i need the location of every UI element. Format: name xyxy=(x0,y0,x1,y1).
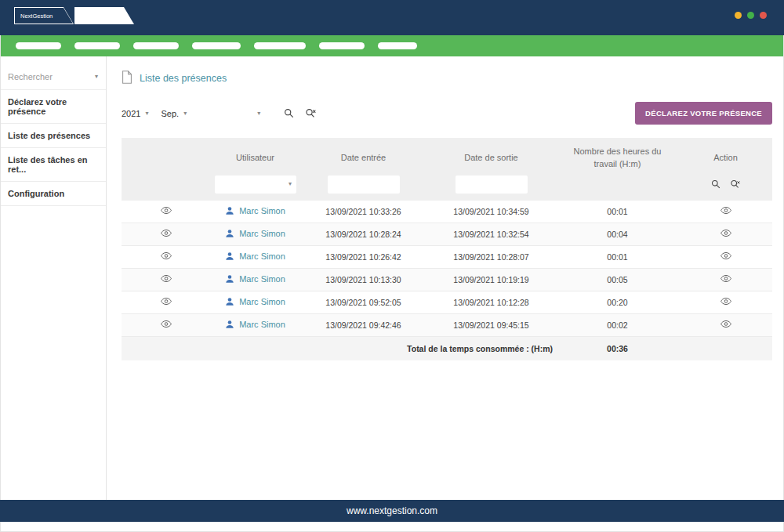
month-select-value: Sep. xyxy=(162,109,180,118)
footer-url: www.nextgestion.com xyxy=(347,505,437,516)
employee-select[interactable]: ▾ xyxy=(199,110,260,117)
eye-icon xyxy=(161,252,172,260)
person-icon xyxy=(225,320,234,329)
col-header-utilisateur: Utilisateur xyxy=(210,138,300,174)
month-select[interactable]: Sep. ▾ xyxy=(162,109,187,118)
browser-tab-nextgestion[interactable]: NextGestion xyxy=(14,7,74,24)
entry-date: 13/09/2021 10:26:42 xyxy=(300,245,426,268)
action-view-button[interactable] xyxy=(720,252,731,260)
user-filter-select[interactable]: ▾ xyxy=(215,176,296,194)
exit-date: 13/09/2021 09:45:15 xyxy=(426,313,556,336)
hours-worked: 00:05 xyxy=(556,268,679,291)
user-name: Marc Simon xyxy=(239,229,285,238)
table-filter-row: ▾ xyxy=(122,174,772,201)
nav-pill[interactable] xyxy=(74,42,120,49)
sidebar-item-liste-des-taches[interactable]: Liste des tâches en ret... xyxy=(0,148,106,182)
sidebar-item-configuration[interactable]: Configuration xyxy=(0,182,106,206)
sidebar: Rechercher ▾ Déclarez votre présence Lis… xyxy=(0,56,107,500)
eye-icon xyxy=(161,206,172,215)
col-header-date-entree: Date entrée xyxy=(300,138,426,174)
col-header-date-sortie: Date de sortie xyxy=(426,138,556,174)
view-row-button[interactable] xyxy=(161,229,172,237)
chevron-down-icon: ▾ xyxy=(289,181,292,187)
window-controls xyxy=(735,12,767,19)
user-link[interactable]: Marc Simon xyxy=(225,252,285,261)
nav-pill[interactable] xyxy=(16,42,61,49)
user-name: Marc Simon xyxy=(239,274,285,284)
sidebar-item-liste-des-presences[interactable]: Liste des présences xyxy=(0,124,106,148)
clear-filter-button[interactable] xyxy=(305,108,317,118)
user-link[interactable]: Marc Simon xyxy=(225,229,285,238)
nav-pill[interactable] xyxy=(133,42,179,49)
sidebar-item-declarez-votre-presence[interactable]: Déclarez votre présence xyxy=(0,90,106,124)
table-total-row: Total de la temps consommée : (H:m) 00:3… xyxy=(122,336,772,360)
nav-pill[interactable] xyxy=(254,42,306,49)
chevron-down-icon: ▾ xyxy=(145,110,148,117)
user-link[interactable]: Marc Simon xyxy=(225,274,285,284)
person-icon xyxy=(225,206,234,215)
user-name: Marc Simon xyxy=(239,320,285,329)
exit-date: 13/09/2021 10:32:54 xyxy=(426,223,556,245)
nav-pill[interactable] xyxy=(378,42,417,49)
person-icon xyxy=(225,297,234,306)
view-row-button[interactable] xyxy=(161,320,172,328)
hours-worked: 00:01 xyxy=(556,201,679,223)
search-icon xyxy=(284,108,294,118)
action-view-button[interactable] xyxy=(720,274,731,283)
entry-date: 13/09/2021 09:52:05 xyxy=(300,291,426,313)
view-row-button[interactable] xyxy=(161,297,172,306)
page-header: Liste des présences xyxy=(122,71,772,86)
view-row-button[interactable] xyxy=(161,206,172,215)
nav-pill[interactable] xyxy=(319,42,365,49)
eye-icon xyxy=(720,229,731,237)
eye-icon xyxy=(161,229,172,237)
minimize-button[interactable] xyxy=(735,12,742,19)
table-row: Marc Simon 13/09/2021 10:13:30 13/09/202… xyxy=(122,268,772,291)
user-link[interactable]: Marc Simon xyxy=(225,320,285,329)
entry-date: 13/09/2021 10:33:26 xyxy=(300,201,426,223)
exit-date-filter-input[interactable] xyxy=(456,176,528,194)
page-title: Liste des présences xyxy=(140,73,227,84)
close-button[interactable] xyxy=(760,12,767,19)
chevron-down-icon: ▾ xyxy=(95,74,98,80)
view-row-button[interactable] xyxy=(161,274,172,283)
maximize-button[interactable] xyxy=(747,12,754,19)
search-button[interactable] xyxy=(284,108,294,118)
action-view-button[interactable] xyxy=(720,297,731,306)
user-name: Marc Simon xyxy=(239,297,285,306)
site-footer: www.nextgestion.com xyxy=(0,500,784,522)
action-view-button[interactable] xyxy=(720,320,731,328)
entry-date-filter-input[interactable] xyxy=(328,176,400,194)
sidebar-search-select[interactable]: Rechercher ▾ xyxy=(0,56,106,90)
user-link[interactable]: Marc Simon xyxy=(225,297,285,306)
person-icon xyxy=(225,252,234,261)
eye-icon xyxy=(720,252,731,260)
action-view-button[interactable] xyxy=(720,206,731,215)
table-row: Marc Simon 13/09/2021 10:33:26 13/09/202… xyxy=(122,201,772,223)
user-link[interactable]: Marc Simon xyxy=(225,206,285,215)
table-header-row: Utilisateur Date entrée Date de sortie N… xyxy=(122,138,772,174)
browser-tab-blank[interactable] xyxy=(74,7,134,24)
nav-pill[interactable] xyxy=(192,42,241,49)
table-row: Marc Simon 13/09/2021 10:26:42 13/09/202… xyxy=(122,245,772,268)
main-panel: Liste des présences 2021 ▾ Sep. ▾ ▾ DÉCL… xyxy=(107,56,784,500)
year-select[interactable]: 2021 ▾ xyxy=(122,109,149,118)
table-body: Marc Simon 13/09/2021 10:33:26 13/09/202… xyxy=(122,201,772,337)
presence-table: Utilisateur Date entrée Date de sortie N… xyxy=(122,138,772,360)
table-clear-filter-button[interactable] xyxy=(730,179,741,189)
declare-presence-button[interactable]: DÉCLAREZ VOTRE PRÉSENCE xyxy=(635,102,772,125)
clear-filter-icon xyxy=(730,179,741,189)
total-label: Total de la temps consommée : (H:m) xyxy=(122,336,556,360)
total-value: 00:36 xyxy=(556,336,679,360)
user-name: Marc Simon xyxy=(239,252,285,261)
action-view-button[interactable] xyxy=(720,229,731,237)
chevron-down-icon: ▾ xyxy=(183,110,187,117)
tab-title: NextGestion xyxy=(20,13,53,20)
table-search-button[interactable] xyxy=(711,179,720,189)
exit-date: 13/09/2021 10:28:07 xyxy=(426,245,556,268)
content-area: Rechercher ▾ Déclarez votre présence Lis… xyxy=(0,56,784,500)
exit-date: 13/09/2021 10:19:19 xyxy=(426,268,556,291)
view-row-button[interactable] xyxy=(161,252,172,260)
main-navbar xyxy=(0,35,784,56)
table-row: Marc Simon 13/09/2021 09:42:46 13/09/202… xyxy=(122,313,772,336)
